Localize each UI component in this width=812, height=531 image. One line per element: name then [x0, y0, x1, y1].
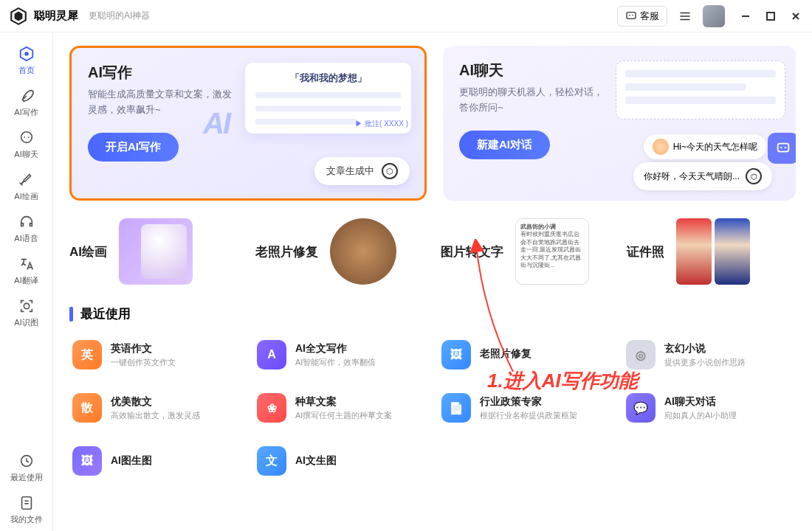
recent-icon: 散 [72, 393, 102, 423]
svg-rect-13 [778, 144, 789, 152]
recent-title: 种草文案 [295, 395, 392, 409]
recent-desc: AI智能写作，效率翻倍 [295, 357, 376, 368]
svg-rect-5 [767, 13, 774, 20]
recent-item-restore[interactable]: 🖼老照片修复 [438, 334, 611, 375]
sidebar-item-label: AI聊天 [14, 149, 38, 160]
close-button[interactable] [788, 9, 803, 24]
user-avatar[interactable] [703, 5, 725, 27]
hero-card-chat[interactable]: AI聊天 更聪明的聊天机器人，轻松对话，答你所问~ 新建AI对话 Hi~今天的天… [443, 46, 796, 201]
recent-title: AI聊天对话 [664, 395, 737, 409]
sidebar-item-writing[interactable]: AI写作 [4, 82, 49, 124]
sidebar-item-label: AI识图 [14, 317, 38, 328]
scan-icon [18, 298, 35, 314]
recent-desc: 提供更多小说创作思路 [664, 357, 746, 368]
sidebar-item-vision[interactable]: AI识图 [4, 292, 49, 334]
generating-status-pill: 文章生成中 ⬡ [314, 157, 410, 185]
writing-preview-quote: 「我和我的梦想」 [255, 72, 401, 85]
customer-service-label: 客服 [640, 10, 659, 23]
sidebar-item-files[interactable]: 我的文件 [4, 489, 49, 531]
window-controls [738, 9, 803, 24]
recent-title: 玄幻小说 [664, 342, 746, 355]
hero-chat-subtitle: 更聪明的聊天机器人，轻松对话，答你所问~ [459, 85, 607, 116]
recent-item-prose[interactable]: 散优美散文高效输出散文，激发灵感 [69, 387, 242, 428]
sidebar-item-draw[interactable]: AI绘画 [4, 166, 49, 208]
hero-card-writing[interactable]: AI写作 智能生成高质量文章和文案，激发灵感，效率飙升~ 开启AI写作 AI 「… [69, 46, 427, 201]
recent-icon: 📄 [441, 393, 471, 423]
app-name: 聪明灵犀 [34, 9, 78, 23]
titlebar: 聪明灵犀 更聪明的AI神器 客服 [0, 0, 812, 32]
home-hex-icon [18, 46, 35, 62]
sidebar-item-recent[interactable]: 最近使用 [4, 447, 49, 489]
start-writing-button[interactable]: 开启AI写作 [88, 133, 179, 162]
recent-icon: A [257, 340, 286, 369]
chat-bubble-icon [18, 130, 35, 146]
sidebar-item-label: AI语音 [14, 233, 38, 244]
minimize-button[interactable] [738, 9, 753, 24]
sidebar-item-home[interactable]: 首页 [4, 40, 49, 82]
recent-item-txt2img[interactable]: 文AI文生图 [254, 440, 427, 482]
sidebar-item-label: AI绘画 [14, 191, 38, 202]
sidebar-item-translate[interactable]: AI翻译 [4, 250, 49, 292]
chat-sample-bubble-1: Hi~今天的天气怎样呢 [644, 134, 766, 159]
recent-item-novel[interactable]: ◎玄幻小说提供更多小说创作思路 [623, 334, 796, 375]
maximize-button[interactable] [763, 9, 778, 24]
headphone-icon [18, 214, 35, 230]
chat-preview-box [616, 60, 785, 119]
chat-bubble-text: 你好呀，今天天气晴朗... [644, 170, 740, 183]
new-chat-button[interactable]: 新建AI对话 [459, 131, 550, 159]
recent-item-policy[interactable]: 📄行业政策专家根据行业名称提供政策框架 [438, 387, 611, 428]
brush-icon [18, 172, 35, 188]
recent-icon: ❀ [257, 393, 286, 423]
sidebar-item-voice[interactable]: AI语音 [4, 208, 49, 250]
recent-item-english[interactable]: 英英语作文一键创作英文作文 [69, 334, 242, 375]
customer-service-button[interactable]: 客服 [617, 6, 667, 27]
feather-icon [18, 88, 35, 104]
svg-marker-1 [15, 11, 23, 21]
sidebar-item-chat[interactable]: AI聊天 [4, 124, 49, 166]
svg-point-10 [27, 136, 29, 138]
recent-title: 老照片修复 [480, 347, 531, 361]
recent-item-img2img[interactable]: 🖼AI图生图 [69, 440, 242, 482]
recent-icon: 文 [257, 446, 286, 476]
svg-rect-2 [627, 12, 636, 18]
category-card-ocr[interactable]: 图片转文字 武昌街的小调 有时候到重庆逛书店总会不自觉地跑武昌街去走一回,最近发… [441, 218, 610, 285]
svg-point-4 [632, 14, 633, 15]
recent-grid: 英英语作文一键创作英文作文 AAI全文写作AI智能写作，效率翻倍 🖼老照片修复 … [69, 334, 796, 482]
svg-point-14 [780, 147, 782, 148]
sidebar-item-label: AI翻译 [14, 275, 38, 286]
category-card-id-photo[interactable]: 证件照 [627, 218, 796, 285]
recent-icon: ◎ [626, 340, 656, 369]
recent-title: 英语作文 [111, 342, 176, 355]
ai-badge-text: AI [203, 107, 230, 140]
sidebar-item-label: 最近使用 [10, 472, 43, 483]
category-title: 图片转文字 [441, 243, 503, 260]
recent-icon: 🖼 [72, 446, 102, 476]
category-title: 证件照 [627, 243, 664, 260]
recent-desc: AI撰写任何主题的种草文案 [295, 410, 392, 421]
category-card-draw[interactable]: AI绘画 [69, 218, 239, 285]
recent-title: 行业政策专家 [480, 395, 577, 409]
category-row: AI绘画 老照片修复 图片转文字 武昌街的小调 有时候到重庆逛书店总会不自觉地跑… [69, 218, 796, 285]
recent-desc: 宛如真人的AI小助理 [664, 410, 737, 421]
sample-avatar-icon [653, 139, 669, 155]
recent-title: AI图生图 [111, 454, 152, 468]
hex-spinner-icon: ⬡ [382, 163, 398, 179]
recent-title: AI文生图 [295, 454, 337, 468]
recent-desc: 根据行业名称提供政策框架 [480, 410, 577, 421]
chat-bubble-text: Hi~今天的天气怎样呢 [673, 141, 757, 153]
hamburger-menu-button[interactable] [675, 6, 695, 27]
recent-section-header: 最近使用 [69, 305, 796, 322]
chat-sample-bubble-2: 你好呀，今天天气晴朗... ⬡ [633, 162, 772, 190]
sidebar-item-label: 我的文件 [10, 514, 43, 525]
category-title: 老照片修复 [255, 243, 318, 260]
recent-item-seed[interactable]: ❀种草文案AI撰写任何主题的种草文案 [254, 387, 427, 428]
recent-icon: 💬 [626, 393, 656, 423]
category-card-photo-restore[interactable]: 老照片修复 [255, 218, 425, 285]
recent-item-fullwrite[interactable]: AAI全文写作AI智能写作，效率翻倍 [254, 334, 427, 375]
generating-status-text: 文章生成中 [326, 164, 374, 178]
svg-point-7 [24, 52, 29, 56]
recent-item-chatdlg[interactable]: 💬AI聊天对话宛如真人的AI小助理 [623, 387, 796, 428]
recent-section-title: 最近使用 [80, 305, 131, 322]
recent-desc: 高效输出散文，激发灵感 [111, 410, 200, 421]
chat-float-icon [768, 133, 796, 164]
